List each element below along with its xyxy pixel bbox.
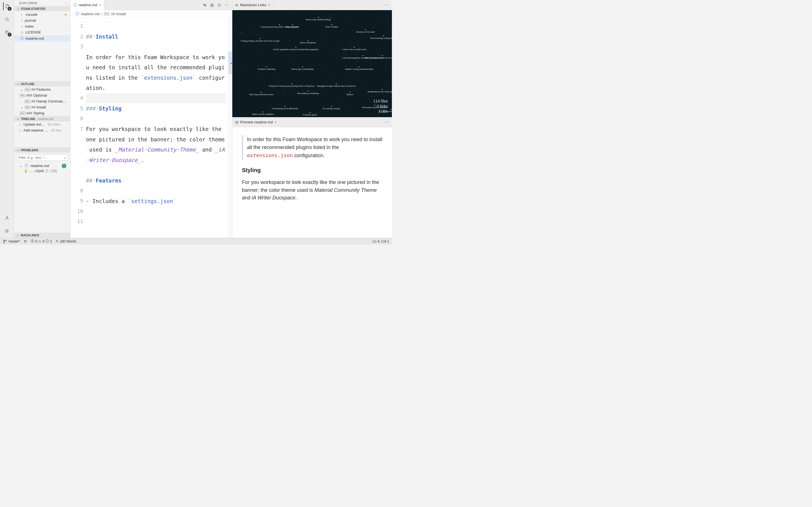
chevron-right-icon: › [20, 24, 24, 29]
more-icon[interactable]: ⋯ [385, 3, 389, 7]
svg-point-7 [3, 242, 4, 243]
timeline-item[interactable]: ◌Update ext…53 mins [14, 121, 70, 127]
activity-scm-icon[interactable]: 1 [3, 28, 11, 36]
graph-node[interactable]: Losing autonomy when using a phone [260, 24, 299, 28]
graph-node[interactable]: Learn how to learn tools [342, 47, 366, 51]
pencil-icon: ✎ [56, 239, 59, 243]
tree-file-readme[interactable]: ⓘreadme.md [14, 35, 70, 42]
activity-account-icon[interactable] [3, 214, 11, 222]
preview-tabbar: ▤ Preview readme.md × ⋯ [232, 117, 392, 127]
graph-node[interactable]: Self improvement books [249, 92, 273, 96]
problems-filter-input[interactable] [18, 156, 64, 160]
info-icon: ⓘ [46, 239, 49, 244]
graph-node[interactable]: On saving money [322, 106, 340, 110]
graph-node[interactable]: Not knowing coding things [370, 36, 392, 40]
timeline-header[interactable]: ⌄ TIMELINE readme.md [14, 116, 70, 121]
breadcrumb[interactable]: ⓘ readme.md › abc ## Install [70, 10, 232, 18]
graph-node[interactable]: Putting things off when the time is righ… [241, 38, 280, 42]
scm-badge: 1 [8, 33, 11, 37]
graph-node[interactable]: Personal music collection [362, 105, 388, 109]
activity-settings-icon[interactable] [3, 227, 11, 235]
graph-node[interactable]: More people should be prototyping [365, 55, 392, 59]
svg-point-8 [6, 240, 6, 241]
preview-paragraph: For you workspace to look exactly like t… [242, 179, 382, 202]
graph-tab[interactable]: ≣ Markdown Links × [232, 0, 273, 10]
folder-header[interactable]: ⌄ FOAM-STARTER [14, 6, 70, 11]
graph-node[interactable]: Productivity and effectivity [272, 106, 298, 110]
status-wordcount[interactable]: ✎ 160 Words [56, 239, 76, 243]
preview-icon: ▤ [235, 120, 239, 124]
tree-file-license[interactable]: ⚖LICENSE [14, 29, 70, 35]
markdown-links-graph[interactable]: 114 files 0 links 1.00x Never stop makin… [232, 10, 392, 117]
chevron-down-icon: ⌄ [20, 87, 24, 92]
graph-node[interactable]: Never get comfortable [292, 66, 314, 70]
graph-node[interactable]: Never stop making things [306, 17, 331, 21]
outline-item[interactable]: ⌄abc## Install [14, 104, 70, 110]
problems-file-row[interactable]: ⌄ ⓘ readme.md 1 [14, 163, 70, 169]
outline-header[interactable]: ⌄ OUTLINE [14, 81, 70, 87]
more-icon[interactable]: ⋯ [225, 3, 229, 7]
graph-node[interactable]: Micro deadlines [300, 40, 316, 44]
tree-folder-journal[interactable]: ›journal [14, 17, 70, 23]
graph-node[interactable]: Podcast guide [303, 112, 317, 116]
graph-node[interactable]: Wilson [347, 92, 353, 96]
close-icon[interactable]: × [99, 3, 101, 7]
graph-node[interactable]: Positive coaching [258, 66, 275, 70]
graph-node[interactable]: Master boring fundamentals [345, 66, 373, 70]
outline-item[interactable]: ⌄abc## Features [14, 87, 70, 93]
timeline-item[interactable]: ◌Add readme …15 hrs [14, 127, 70, 133]
info-icon: ⓘ [24, 163, 29, 168]
warning-icon: ⚠ [38, 239, 42, 243]
compare-icon[interactable]: ↹ [203, 3, 206, 7]
graph-node[interactable]: Novel upgrades versus incremental upgrad… [273, 47, 319, 51]
commit-icon: ◌ [18, 122, 22, 126]
outline-item[interactable]: abc### Styling [14, 110, 70, 116]
editor-body[interactable]: 1 2 3 4 5 6 7 8 9 10 11 ##·Install In·or… [70, 18, 232, 238]
more-icon[interactable]: ⋯ [385, 120, 389, 124]
chevron-down-icon: ⌄ [16, 117, 20, 121]
sidebar: EXPLORER ⋯ ⌄ FOAM-STARTER ›.vscode● ›jou… [14, 0, 70, 238]
explorer-more-icon[interactable]: ⋯ [64, 1, 68, 5]
status-sync[interactable]: ⟳ [24, 239, 27, 243]
filter-icon[interactable]: ⌕ [64, 156, 66, 160]
close-icon[interactable]: × [268, 3, 270, 7]
svg-point-2 [5, 33, 6, 34]
outline-item[interactable]: abc### Optional [14, 93, 70, 98]
code-content[interactable]: ##·Install In·order·for·this·Foam·Worksp… [86, 18, 228, 238]
graph-node[interactable]: People in search just posting links to R… [269, 83, 315, 87]
preview-tab[interactable]: ▤ Preview readme.md × [232, 117, 280, 127]
graph-node[interactable]: Money on the web [356, 29, 375, 33]
minimap[interactable] [228, 18, 232, 238]
problems-title: PROBLEMS [21, 149, 38, 152]
chevron-right-icon: › [101, 12, 102, 16]
graph-node[interactable]: Not writing something [297, 91, 319, 95]
status-cursor-position[interactable]: Ln 4, Col 1 [373, 239, 389, 243]
graph-node[interactable]: Put your work in context [379, 109, 392, 113]
problems-filter[interactable]: ⌕ [16, 154, 68, 161]
graph-node[interactable]: Notifications are interruptions [368, 89, 392, 93]
graph-node[interactable]: State versus analytics [252, 112, 274, 115]
status-branch[interactable]: master* [3, 239, 20, 244]
backlinks-header[interactable]: › BACKLINKS [14, 233, 70, 238]
status-problems[interactable]: ⓧ0 ⚠0 ⓘ1 [31, 239, 52, 244]
folder-title: FOAM-STARTER [21, 7, 45, 10]
activity-search-icon[interactable] [3, 15, 11, 23]
problems-header[interactable]: ⌄ PROBLEMS [14, 147, 70, 153]
abc-icon: abc [20, 112, 25, 115]
tree-folder-vscode[interactable]: ›.vscode● [14, 11, 70, 17]
outline-item[interactable]: abc## Handy Comman… [14, 98, 70, 104]
tree-folder-notes[interactable]: ›notes [14, 23, 70, 29]
svg-point-4 [6, 217, 8, 218]
markdown-preview[interactable]: In order for this Foam Workspace to work… [232, 127, 392, 238]
close-icon[interactable]: × [274, 120, 277, 124]
svg-point-1 [5, 31, 6, 31]
activity-explorer-icon[interactable]: 1 [3, 2, 11, 10]
problems-item[interactable]: 💡 … cSpell [7, 138] [14, 169, 70, 173]
editor-tab-readme[interactable]: ⓘ readme.md × [70, 0, 104, 10]
split-editor-icon[interactable]: ◫ [218, 3, 221, 7]
graph-node[interactable]: Navigate trough search and comments [317, 83, 356, 87]
info-icon: ⓘ [75, 11, 79, 16]
backlinks-title: BACKLINKS [21, 233, 39, 237]
status-bar: master* ⟳ ⓧ0 ⚠0 ⓘ1 ✎ 160 Words Ln 4, Col… [0, 238, 392, 244]
open-preview-icon[interactable]: ▥ [210, 3, 214, 7]
